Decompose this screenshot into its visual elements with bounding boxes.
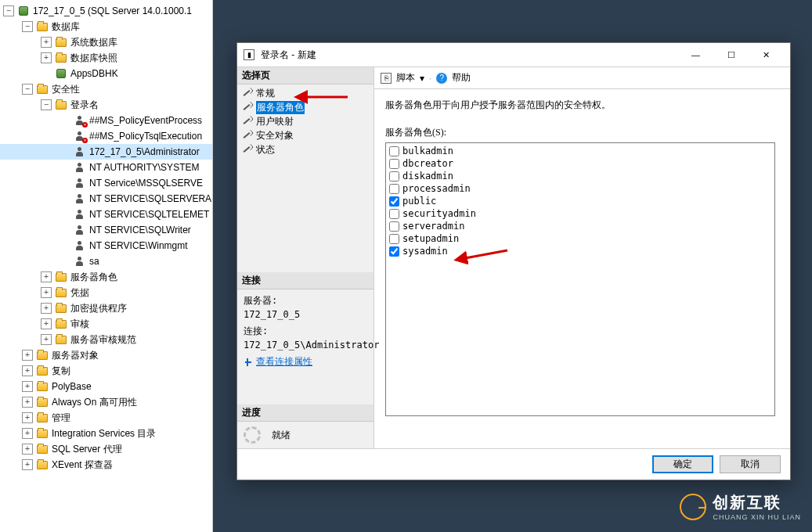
expand-icon[interactable]: + [22,459,33,470]
tree-row[interactable]: AppsDBHK [0,66,212,81]
role-row[interactable]: public [388,195,773,207]
role-row[interactable]: processadmin [388,182,773,195]
page-item[interactable]: 安全对象 [237,128,374,142]
page-item[interactable]: 状态 [237,142,374,156]
role-checkbox[interactable] [389,209,399,219]
user-icon [74,225,86,235]
role-row[interactable]: serveradmin [388,220,773,232]
server-roles-list[interactable]: bulkadmindbcreatordiskadminprocessadminp… [385,142,775,416]
page-description: 服务器角色用于向用户授予服务器范围内的安全特权。 [385,99,779,112]
expand-icon[interactable]: + [41,318,52,329]
role-checkbox[interactable] [389,184,399,194]
titlebar[interactable]: ▮ 登录名 - 新建 — ☐ ✕ [237,43,790,66]
tree-row-login[interactable]: NT SERVICE\SQLWriter [0,222,212,238]
expand-icon[interactable]: + [22,412,33,423]
tree-row-security[interactable]: − 安全性 [0,81,212,97]
tree-row[interactable]: +复制 [0,363,212,379]
tree-row-login[interactable]: NT AUTHORITY\SYSTEM [0,160,212,175]
role-checkbox[interactable] [389,234,399,244]
tree-row-login[interactable]: sa [0,253,212,269]
tree-label: NT Service\MSSQLSERVE [89,178,203,189]
tree-row[interactable]: +凭据 [0,285,212,300]
tree-row[interactable]: +Always On 高可用性 [0,394,212,410]
expand-icon[interactable]: + [22,350,33,361]
tree-row-databases[interactable]: − 数据库 [0,19,212,34]
expand-icon[interactable]: + [41,334,52,345]
expand-icon[interactable]: + [22,397,33,408]
tree-row[interactable]: +SQL Server 代理 [0,441,212,457]
tree-row[interactable]: +加密提供程序 [0,300,212,316]
role-checkbox[interactable] [389,146,399,156]
tree-row[interactable]: +服务器角色 [0,269,212,285]
tree-row[interactable]: +管理 [0,410,212,426]
expand-icon[interactable]: + [41,37,52,48]
role-name: securityadmin [402,208,476,219]
page-item[interactable]: 常规 [237,86,374,100]
link-icon [244,358,253,367]
expand-icon[interactable] [41,68,52,79]
tree-row[interactable]: +PolyBase [0,379,212,394]
wrench-icon [242,117,253,126]
expand-icon[interactable]: + [41,303,52,314]
tree-row[interactable]: +数据库快照 [0,50,212,66]
role-row[interactable]: sysadmin [388,245,773,257]
tree-row[interactable]: +XEvent 探查器 [0,457,212,473]
role-checkbox[interactable] [389,171,399,182]
role-checkbox[interactable] [389,159,399,169]
collapse-icon[interactable]: − [22,21,33,32]
collapse-icon[interactable]: − [3,5,14,16]
minimize-button[interactable]: — [678,44,713,66]
page-item[interactable]: 用户映射 [237,114,374,128]
help-button[interactable]: 帮助 [452,71,471,84]
tree-row-login[interactable]: NT SERVICE\SQLTELEMET [0,207,212,222]
folder-icon [36,365,49,376]
expand-icon[interactable]: + [22,365,33,376]
expand-icon[interactable]: + [22,428,33,439]
tree-row[interactable]: +服务器对象 [0,347,212,363]
tree-row-login[interactable]: NT SERVICE\Winmgmt [0,238,212,253]
object-explorer: − 172_17_0_5 (SQL Server 14.0.1000.1 − 数… [0,0,213,532]
role-checkbox[interactable] [389,196,399,207]
role-checkbox[interactable] [389,246,399,257]
role-row[interactable]: dbcreator [388,157,773,170]
wrench-icon [242,145,253,154]
tree-label: 172_17_0_5\Administrator [89,146,200,157]
ok-button[interactable]: 确定 [652,455,713,473]
expand-icon[interactable]: + [41,52,52,63]
expand-icon[interactable]: + [41,287,52,298]
dropdown-icon[interactable]: ▾ [420,73,424,84]
tree-row[interactable]: +系统数据库 [0,34,212,50]
cancel-button[interactable]: 取消 [720,455,781,473]
tree-row[interactable]: +Integration Services 目录 [0,426,212,441]
tree-row[interactable]: +服务器审核规范 [0,332,212,347]
collapse-icon[interactable]: − [22,84,33,95]
spacer [60,131,70,142]
expand-icon[interactable]: + [22,381,33,392]
page-item[interactable]: 服务器角色 [237,100,374,114]
separator: · [429,73,431,84]
database-icon [55,68,67,79]
maximize-button[interactable]: ☐ [713,44,749,66]
expand-icon[interactable]: + [41,271,52,282]
folder-icon [55,287,67,298]
role-row[interactable]: diskadmin [388,170,773,182]
expand-icon[interactable]: + [22,444,33,455]
role-checkbox[interactable] [389,221,399,232]
view-connection-properties[interactable]: 查看连接属性 [244,355,367,368]
tree-row-login[interactable]: ×##MS_PolicyTsqlExecution [0,128,212,144]
role-row[interactable]: setupadmin [388,232,773,245]
tree-row-login[interactable]: NT Service\MSSQLSERVE [0,175,212,191]
tree-row-login[interactable]: ×##MS_PolicyEventProcess [0,113,212,128]
collapse-icon[interactable]: − [41,99,52,110]
user-icon [74,162,86,173]
tree-row[interactable]: +审核 [0,316,212,332]
close-button[interactable]: ✕ [749,44,784,66]
script-button[interactable]: 脚本 [396,71,415,84]
tree-row-login[interactable]: 172_17_0_5\Administrator [0,144,212,160]
role-row[interactable]: securityadmin [388,207,773,220]
folder-icon [36,444,49,455]
tree-row-server[interactable]: − 172_17_0_5 (SQL Server 14.0.1000.1 [0,3,212,19]
tree-row-logins[interactable]: − 登录名 [0,97,212,113]
tree-row-login[interactable]: NT SERVICE\SQLSERVERA [0,191,212,207]
role-row[interactable]: bulkadmin [388,145,773,157]
